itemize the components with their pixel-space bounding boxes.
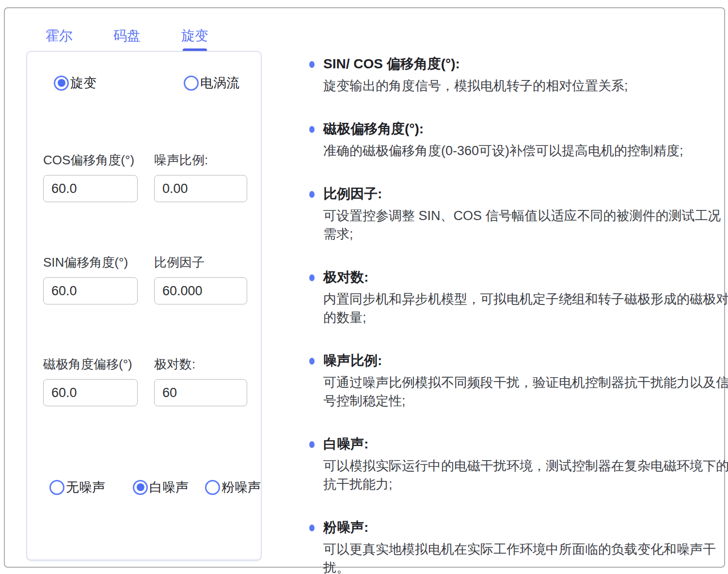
sin-offset-input[interactable] [43, 277, 138, 304]
cos-offset-label: COS偏移角度(°) [43, 152, 138, 169]
radio-circle-icon [205, 480, 220, 495]
desc-title: 磁极偏移角度(°): [323, 121, 728, 137]
description-list: SIN/ COS 偏移角度(°): 旋变输出的角度信号，模拟电机转子的相对位置关… [309, 56, 728, 574]
scale-factor-input[interactable] [154, 277, 247, 304]
desc-body: 内置同步机和异步机模型，可拟电机定子绕组和转子磁极形成的磁极对的数量; [323, 290, 728, 327]
bullet-icon [309, 525, 315, 531]
radio-circle-icon [133, 480, 148, 495]
tab-hall[interactable]: 霍尔 [46, 27, 73, 52]
resolver-settings-panel: 旋变 电涡流 COS偏移角度(°) 噪声比例: SIN偏移角度(°) 比例因子 … [26, 51, 262, 560]
bullet-icon [309, 274, 315, 281]
tab-resolver[interactable]: 旋变 [181, 27, 208, 52]
bullet-icon [309, 358, 315, 365]
scale-factor-label: 比例因子 [154, 254, 247, 271]
pole-pairs-label: 极对数: [154, 356, 247, 373]
radio-eddy-current[interactable]: 电涡流 [184, 74, 239, 92]
desc-item-sin-cos-offset: SIN/ COS 偏移角度(°): 旋变输出的角度信号，模拟电机转子的相对位置关… [309, 56, 728, 95]
radio-pink-noise-label: 粉噪声 [222, 478, 261, 496]
radio-white-noise-label: 白噪声 [149, 478, 189, 496]
bullet-icon [309, 126, 315, 133]
field-sin-offset: SIN偏移角度(°) [43, 254, 138, 304]
tab-encoder[interactable]: 码盘 [113, 27, 141, 52]
desc-item-pole-offset: 磁极偏移角度(°): 准确的磁极偏移角度(0-360可设)补偿可以提高电机的控制… [309, 121, 728, 160]
radio-circle-icon [184, 76, 199, 91]
radio-circle-icon [54, 76, 69, 91]
desc-title: 粉噪声: [323, 519, 728, 536]
desc-title: 噪声比例: [323, 352, 728, 369]
radio-resolver-label: 旋变 [70, 74, 96, 92]
bullet-icon [309, 191, 315, 198]
bullet-icon [309, 61, 315, 68]
desc-body: 可以更真实地模拟电机在实际工作环境中所面临的负载变化和噪声干扰。 [323, 540, 728, 574]
sin-offset-label: SIN偏移角度(°) [43, 254, 138, 271]
radio-white-noise[interactable]: 白噪声 [133, 478, 189, 496]
radio-circle-icon [49, 480, 64, 495]
radio-resolver[interactable]: 旋变 [54, 74, 96, 92]
radio-no-noise-label: 无噪声 [66, 478, 105, 496]
desc-title: 极对数: [323, 269, 728, 286]
desc-title: SIN/ COS 偏移角度(°): [323, 56, 728, 72]
desc-title: 白噪声: [323, 436, 728, 452]
desc-item-pole-pairs: 极对数: 内置同步机和异步机模型，可拟电机定子绕组和转子磁极形成的磁极对的数量; [309, 269, 728, 327]
tab-encoder-label: 码盘 [113, 28, 141, 43]
cos-offset-input[interactable] [43, 175, 138, 202]
desc-item-scale-factor: 比例因子: 可设置控参调整 SIN、COS 信号幅值以适应不同的被测件的测试工况… [309, 186, 728, 243]
radio-pink-noise[interactable]: 粉噪声 [205, 478, 261, 496]
desc-title: 比例因子: [323, 186, 728, 202]
field-cos-offset: COS偏移角度(°) [43, 152, 138, 202]
desc-item-pink-noise: 粉噪声: 可以更真实地模拟电机在实际工作环境中所面临的负载变化和噪声干扰。 [309, 519, 728, 574]
app-frame: 霍尔 码盘 旋变 旋变 电涡流 COS偏移角度(°) 噪声比例: [4, 7, 725, 568]
radio-eddy-current-label: 电涡流 [200, 74, 239, 92]
pole-angle-offset-label: 磁极角度偏移(°) [43, 356, 138, 373]
tab-hall-label: 霍尔 [46, 28, 73, 43]
desc-body: 可通过噪声比例模拟不同频段干扰，验证电机控制器抗干扰能力以及信号控制稳定性; [323, 373, 728, 410]
tab-resolver-label: 旋变 [181, 28, 208, 43]
radio-no-noise[interactable]: 无噪声 [49, 478, 105, 496]
field-scale-factor: 比例因子 [154, 254, 247, 304]
field-pole-pairs: 极对数: [154, 356, 247, 406]
desc-body: 准确的磁极偏移角度(0-360可设)补偿可以提高电机的控制精度; [323, 142, 728, 160]
desc-item-white-noise: 白噪声: 可以模拟实际运行中的电磁干扰环境，测试控制器在复杂电磁环境下的抗干扰能… [309, 436, 728, 494]
field-pole-angle-offset: 磁极角度偏移(°) [43, 356, 138, 406]
noise-ratio-input[interactable] [154, 175, 247, 202]
field-noise-ratio: 噪声比例: [154, 152, 247, 202]
desc-body: 旋变输出的角度信号，模拟电机转子的相对位置关系; [323, 77, 728, 95]
desc-body: 可以模拟实际运行中的电磁干扰环境，测试控制器在复杂电磁环境下的抗干扰能力; [323, 457, 728, 494]
noise-ratio-label: 噪声比例: [154, 152, 247, 169]
pole-pairs-input[interactable] [154, 379, 247, 406]
desc-item-noise-ratio: 噪声比例: 可通过噪声比例模拟不同频段干扰，验证电机控制器抗干扰能力以及信号控制… [309, 352, 728, 410]
desc-body: 可设置控参调整 SIN、COS 信号幅值以适应不同的被测件的测试工况需求; [323, 207, 728, 243]
pole-angle-offset-input[interactable] [43, 379, 138, 406]
tab-bar: 霍尔 码盘 旋变 [46, 27, 208, 52]
bullet-icon [309, 441, 315, 448]
